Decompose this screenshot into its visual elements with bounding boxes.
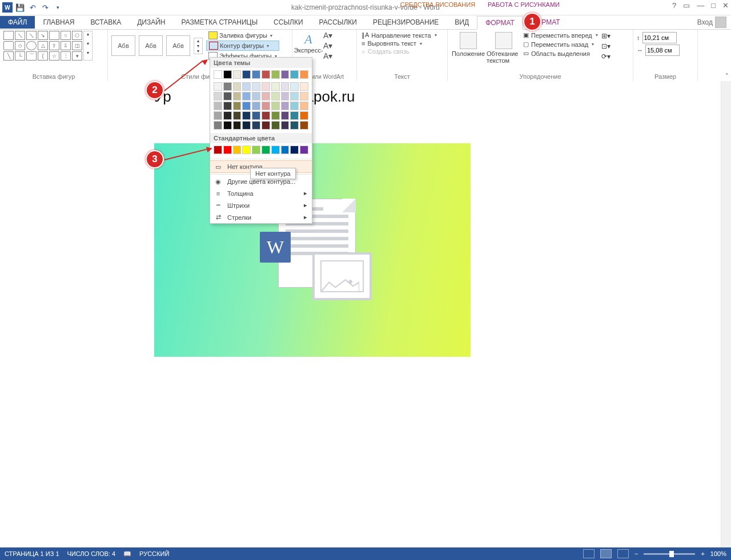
color-swatch[interactable] <box>281 92 290 100</box>
group-icon[interactable]: ⊡▾ <box>601 42 610 50</box>
shape-fill-button[interactable]: Заливка фигуры▾ <box>206 31 279 40</box>
shape-brace-icon[interactable]: { <box>38 51 48 61</box>
print-layout-icon[interactable] <box>600 549 612 558</box>
color-swatch[interactable] <box>214 82 222 91</box>
shape-elbow-icon[interactable]: └ <box>15 51 25 61</box>
help-icon[interactable]: ? <box>672 1 676 10</box>
color-swatch[interactable] <box>262 92 270 100</box>
tab-insert[interactable]: ВСТАВКА <box>82 16 129 29</box>
collapse-ribbon-icon[interactable]: ˅ <box>725 72 729 80</box>
color-swatch[interactable] <box>242 146 251 154</box>
color-swatch[interactable] <box>214 70 222 79</box>
color-swatch[interactable] <box>214 111 222 120</box>
color-swatch[interactable] <box>223 82 232 91</box>
color-swatch[interactable] <box>233 70 242 79</box>
color-swatch[interactable] <box>262 111 270 120</box>
align-text-button[interactable]: ≡Выровнять текст▾ <box>360 39 444 47</box>
color-swatch[interactable] <box>252 92 260 100</box>
shape-triangle-icon[interactable]: △ <box>38 41 48 50</box>
color-swatch[interactable] <box>242 92 251 100</box>
shape-rounded-icon[interactable] <box>3 41 14 50</box>
color-swatch[interactable] <box>290 92 299 100</box>
color-swatch[interactable] <box>223 146 232 154</box>
web-layout-icon[interactable] <box>617 549 629 558</box>
color-swatch[interactable] <box>242 102 251 110</box>
ribbon-options-icon[interactable]: ▭ <box>683 1 690 10</box>
shape-diamond-icon[interactable]: ◇ <box>15 41 25 50</box>
redo-icon[interactable]: ↷ <box>40 2 50 13</box>
style-down-icon[interactable]: ▾ <box>194 43 202 49</box>
tab-mailings[interactable]: РАССЫЛКИ <box>311 16 365 29</box>
color-swatch[interactable] <box>290 121 299 130</box>
color-swatch[interactable] <box>242 82 251 91</box>
vertical-scrollbar[interactable] <box>721 81 731 547</box>
selection-pane-button[interactable]: ▭Область выделения <box>522 49 599 58</box>
color-swatch[interactable] <box>300 102 308 110</box>
color-swatch[interactable] <box>223 102 232 110</box>
color-swatch[interactable] <box>271 82 280 91</box>
rotate-icon[interactable]: ⟳▾ <box>601 53 610 61</box>
tab-format-drawing[interactable]: ФОРМАТ <box>477 16 523 30</box>
tab-home[interactable]: ГЛАВНАЯ <box>35 16 82 29</box>
color-swatch[interactable] <box>290 111 299 120</box>
style-gallery[interactable]: Абв Абв Абв ▴ ▾ ▾ <box>111 31 203 61</box>
page-counter[interactable]: СТРАНИЦА 1 ИЗ 1 <box>5 550 59 557</box>
wrap-text-button[interactable]: Обтекание текстом <box>487 31 521 64</box>
color-swatch[interactable] <box>281 111 290 120</box>
color-swatch[interactable] <box>262 82 270 91</box>
qat-dropdown-icon[interactable]: ▾ <box>53 2 63 13</box>
color-swatch[interactable] <box>281 146 290 154</box>
undo-icon[interactable]: ↶ <box>27 2 38 13</box>
spell-check-icon[interactable]: 📖 <box>123 550 131 558</box>
shape-curve-icon[interactable]: ⌒ <box>26 51 37 61</box>
color-swatch[interactable] <box>242 111 251 120</box>
tab-file[interactable]: ФАЙЛ <box>0 16 35 29</box>
shape-callout-icon[interactable]: ◫ <box>72 41 82 50</box>
shape-line3-icon[interactable]: ＼ <box>26 31 37 40</box>
color-swatch[interactable] <box>290 70 299 79</box>
tab-layout[interactable]: РАЗМЕТКА СТРАНИЦЫ <box>174 16 266 29</box>
tab-view[interactable]: ВИД <box>447 16 477 29</box>
text-effects-icon[interactable]: A▾ <box>323 51 332 61</box>
word-count[interactable]: ЧИСЛО СЛОВ: 4 <box>67 550 116 557</box>
tab-design[interactable]: ДИЗАЙН <box>129 16 173 29</box>
style-thumb-3[interactable]: Абв <box>166 35 190 56</box>
zoom-out-icon[interactable]: − <box>634 550 638 557</box>
color-swatch[interactable] <box>300 92 308 100</box>
color-swatch[interactable] <box>214 102 222 110</box>
color-swatch[interactable] <box>300 121 308 130</box>
shape-hex-icon[interactable]: ⬡ <box>72 31 82 40</box>
dashes-item[interactable]: ┅Штрихи▸ <box>210 199 312 211</box>
color-swatch[interactable] <box>281 82 290 91</box>
login-link[interactable]: Вход <box>697 17 726 28</box>
shape-expand-icon[interactable]: ▾ <box>72 51 82 61</box>
minimize-icon[interactable]: — <box>697 1 704 10</box>
style-up-icon[interactable]: ▴ <box>194 38 202 43</box>
color-swatch[interactable] <box>214 92 222 100</box>
save-icon[interactable]: 💾 <box>15 2 25 13</box>
color-swatch[interactable] <box>271 92 280 100</box>
read-mode-icon[interactable] <box>583 549 595 558</box>
text-outline-icon[interactable]: A▾ <box>323 41 332 50</box>
shape-ellipse-icon[interactable] <box>26 41 37 50</box>
color-swatch[interactable] <box>214 121 222 130</box>
color-swatch[interactable] <box>233 121 242 130</box>
express-styles-button[interactable]: A Экспресс- <box>296 31 321 61</box>
close-icon[interactable]: ✕ <box>722 1 729 10</box>
bring-forward-button[interactable]: ▣Переместить вперед▾ <box>522 31 599 39</box>
color-swatch[interactable] <box>233 146 242 154</box>
color-swatch[interactable] <box>252 111 260 120</box>
color-swatch[interactable] <box>262 146 270 154</box>
color-swatch[interactable] <box>290 102 299 110</box>
color-swatch[interactable] <box>290 82 299 91</box>
zoom-in-icon[interactable]: + <box>701 550 704 557</box>
style-more-icon[interactable]: ▾ <box>194 49 202 54</box>
color-swatch[interactable] <box>252 146 260 154</box>
shape-outline-button[interactable]: Контур фигуры▾ <box>206 41 279 51</box>
color-swatch[interactable] <box>233 82 242 91</box>
color-swatch[interactable] <box>262 102 270 110</box>
tab-review[interactable]: РЕЦЕНЗИРОВАНИЕ <box>365 16 447 29</box>
color-swatch[interactable] <box>233 111 242 120</box>
color-swatch[interactable] <box>214 146 222 154</box>
position-button[interactable]: Положение <box>451 31 485 64</box>
